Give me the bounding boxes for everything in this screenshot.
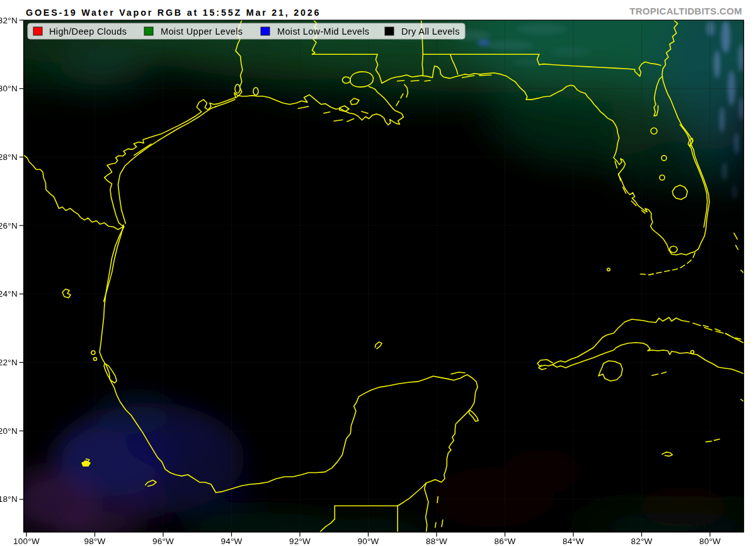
svg-text:Dry All Levels: Dry All Levels — [401, 26, 460, 37]
svg-text:92°W: 92°W — [289, 537, 311, 546]
svg-text:88°W: 88°W — [426, 537, 447, 546]
svg-text:22°N: 22°N — [0, 358, 18, 367]
svg-text:26°N: 26°N — [0, 221, 18, 230]
svg-text:90°W: 90°W — [357, 537, 379, 546]
svg-text:18°N: 18°N — [0, 494, 18, 504]
svg-text:TROPICALTIDBITS.COM: TROPICALTIDBITS.COM — [629, 6, 742, 16]
svg-text:High/Deep Clouds: High/Deep Clouds — [49, 26, 127, 37]
svg-text:28°N: 28°N — [0, 152, 18, 162]
svg-text:GOES-19 Water Vapor RGB at 15:: GOES-19 Water Vapor RGB at 15:55Z Mar 21… — [26, 8, 321, 18]
svg-text:96°W: 96°W — [152, 537, 174, 546]
svg-text:86°W: 86°W — [494, 537, 515, 546]
svg-text:30°N: 30°N — [0, 84, 18, 93]
svg-text:Moist Upper Levels: Moist Upper Levels — [161, 26, 243, 37]
svg-text:20°N: 20°N — [0, 426, 18, 436]
svg-text:24°N: 24°N — [0, 289, 18, 299]
svg-text:94°W: 94°W — [220, 537, 242, 546]
svg-text:84°W: 84°W — [563, 537, 584, 546]
svg-text:Moist Low-Mid Levels: Moist Low-Mid Levels — [277, 26, 369, 37]
svg-text:98°W: 98°W — [84, 537, 105, 546]
svg-text:100°W: 100°W — [13, 537, 40, 546]
svg-text:82°W: 82°W — [631, 537, 652, 546]
svg-text:80°W: 80°W — [699, 537, 721, 546]
svg-text:32°N: 32°N — [0, 16, 18, 25]
